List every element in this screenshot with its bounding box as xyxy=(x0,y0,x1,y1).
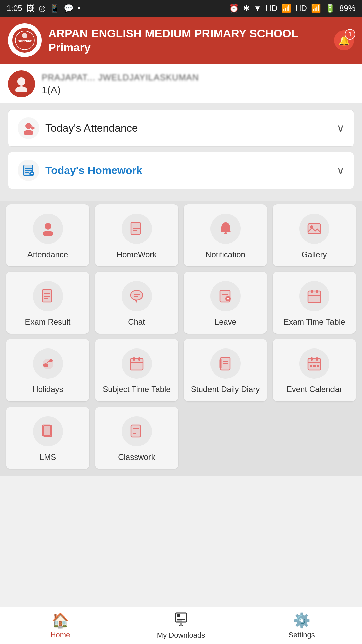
menu-item-label-homework: HomeWork xyxy=(117,249,157,260)
alarm-icon: ⏰ xyxy=(229,4,239,13)
status-bar: 1:05 🖼 ◎ 📱 💬 • ⏰ ✱ ▼ HD 📶 HD 📶 🔋 89% xyxy=(0,0,362,17)
menu-item-label-attendance: Attendance xyxy=(27,249,68,260)
status-right: ⏰ ✱ ▼ HD 📶 HD 📶 🔋 89% xyxy=(229,4,355,13)
menu-grid: AttendanceHomeWorkNotificationGalleryExa… xyxy=(6,204,356,469)
event-calendar-icon xyxy=(299,348,329,379)
menu-item-label-subject-time-table: Subject Time Table xyxy=(103,384,170,394)
nav-downloads-label: My Downloads xyxy=(157,631,205,640)
signal-hd-2: HD xyxy=(295,4,307,13)
attendance-icon xyxy=(33,214,63,244)
nav-home-label: Home xyxy=(51,631,70,639)
app-icon-2: 📱 xyxy=(50,4,60,13)
attendance-chevron-icon: ∨ xyxy=(337,122,344,135)
svg-rect-48 xyxy=(311,290,313,293)
gallery-icon xyxy=(299,214,329,244)
homework-icon xyxy=(122,214,152,244)
menu-item-label-exam-result: Exam Result xyxy=(25,317,70,327)
menu-item-chat[interactable]: Chat xyxy=(95,272,178,334)
status-time: 1:05 xyxy=(7,4,22,13)
homework-accordion-label: Today's Homework xyxy=(45,164,330,177)
menu-item-label-gallery: Gallery xyxy=(301,249,327,260)
settings-icon: ⚙️ xyxy=(293,612,310,629)
menu-item-holidays[interactable]: Holidays xyxy=(6,339,89,401)
menu-item-leave[interactable]: Leave xyxy=(184,272,267,334)
battery-icon: 🔋 xyxy=(325,4,335,13)
svg-point-5 xyxy=(17,77,25,86)
wifi-icon: ▼ xyxy=(254,4,262,13)
signal-bar-2: 📶 xyxy=(311,4,321,13)
svg-rect-71 xyxy=(311,357,313,361)
menu-item-exam-time-table[interactable]: Exam Time Table xyxy=(273,272,356,334)
notification-icon xyxy=(210,214,241,244)
homework-accordion[interactable]: Today's Homework ∨ xyxy=(8,152,354,189)
profile-class: 1(A) xyxy=(42,84,354,96)
svg-text:ARPAN: ARPAN xyxy=(19,39,31,43)
bluetooth-icon: ✱ xyxy=(243,4,250,13)
app-header: ARPAN ARPAN ENGLISH MEDIUM PRIMARY SCHOO… xyxy=(0,17,362,64)
menu-item-gallery[interactable]: Gallery xyxy=(273,204,356,266)
menu-item-exam-result[interactable]: Exam Result xyxy=(6,272,89,334)
exam-result-icon xyxy=(33,281,63,311)
menu-item-event-calendar[interactable]: Event Calendar xyxy=(273,339,356,401)
attendance-accordion-label: Today's Attendance xyxy=(45,122,330,135)
notification-badge[interactable]: 🔔 1 xyxy=(334,30,354,50)
svg-rect-65 xyxy=(219,359,222,368)
svg-rect-76 xyxy=(317,365,319,367)
menu-item-label-leave: Leave xyxy=(215,317,236,327)
exam-time-table-icon xyxy=(299,281,329,311)
profile-area: PRAJAPAT... JWELDJAYILASKUMAN 1(A) xyxy=(0,64,362,103)
menu-item-attendance[interactable]: Attendance xyxy=(6,204,89,266)
student-daily-diary-icon xyxy=(210,348,241,379)
homework-accordion-icon xyxy=(18,160,39,181)
signal-hd-1: HD xyxy=(266,4,278,13)
battery-percent: 89% xyxy=(339,4,355,13)
svg-rect-74 xyxy=(310,365,312,367)
svg-rect-55 xyxy=(130,359,143,370)
bottom-navigation: 🏠 Home My Downloads ⚙️ Settings xyxy=(0,607,362,644)
homework-chevron-icon: ∨ xyxy=(337,164,344,177)
menu-item-notification[interactable]: Notification xyxy=(184,204,267,266)
subject-time-table-icon xyxy=(122,348,152,379)
app-icon-1: ◎ xyxy=(39,4,46,13)
nav-settings-label: Settings xyxy=(288,631,315,639)
accordion-section: Today's Attendance ∨ Today's Homework ∨ xyxy=(0,103,362,201)
svg-point-19 xyxy=(45,223,51,230)
svg-point-8 xyxy=(24,130,33,135)
svg-rect-58 xyxy=(138,357,140,361)
svg-rect-57 xyxy=(133,357,135,361)
menu-item-lms[interactable]: LMS xyxy=(6,407,89,469)
lms-icon xyxy=(33,416,63,446)
svg-rect-72 xyxy=(316,357,318,361)
menu-item-label-student-daily-diary: Student Daily Diary xyxy=(191,384,260,394)
signal-bar-1: 📶 xyxy=(281,4,291,13)
holidays-icon xyxy=(33,348,63,379)
svg-rect-27 xyxy=(308,224,321,234)
nav-my-downloads[interactable]: My Downloads xyxy=(121,609,241,642)
profile-avatar xyxy=(8,70,35,97)
attendance-accordion[interactable]: Today's Attendance ∨ xyxy=(8,110,354,147)
menu-item-homework[interactable]: HomeWork xyxy=(95,204,178,266)
svg-rect-26 xyxy=(224,232,227,234)
classwork-icon xyxy=(122,416,152,446)
svg-rect-10 xyxy=(32,126,33,130)
svg-point-6 xyxy=(15,86,27,92)
menu-grid-section: AttendanceHomeWorkNotificationGalleryExa… xyxy=(0,201,362,476)
menu-item-label-lms: LMS xyxy=(40,452,56,462)
svg-rect-90 xyxy=(177,614,180,617)
status-left: 1:05 🖼 ◎ 📱 💬 • xyxy=(7,4,80,13)
school-logo: ARPAN xyxy=(8,23,42,57)
menu-item-label-exam-time-table: Exam Time Table xyxy=(284,317,345,327)
svg-rect-49 xyxy=(316,290,318,293)
attendance-accordion-icon xyxy=(18,117,39,139)
menu-item-classwork[interactable]: Classwork xyxy=(95,407,178,469)
menu-item-student-daily-diary[interactable]: Student Daily Diary xyxy=(184,339,267,401)
nav-settings[interactable]: ⚙️ Settings xyxy=(241,609,362,642)
menu-item-subject-time-table[interactable]: Subject Time Table xyxy=(95,339,178,401)
menu-item-label-classwork: Classwork xyxy=(118,452,155,462)
menu-item-label-holidays: Holidays xyxy=(32,384,63,394)
nav-home[interactable]: 🏠 Home xyxy=(0,609,121,642)
image-icon: 🖼 xyxy=(26,4,35,13)
app-icon-3: 💬 xyxy=(64,4,74,13)
svg-point-3 xyxy=(22,33,27,38)
menu-item-label-chat: Chat xyxy=(128,317,145,327)
